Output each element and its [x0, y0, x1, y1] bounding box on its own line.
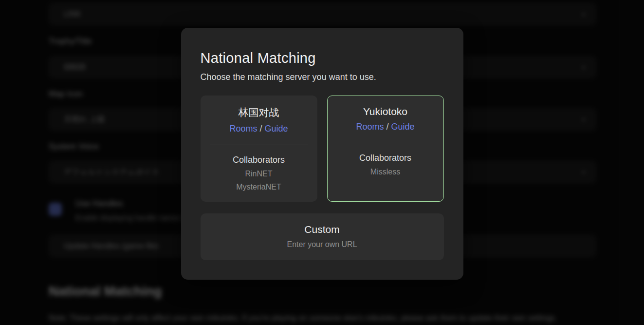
national-matching-modal: National Matching Choose the matching se… — [181, 28, 463, 280]
guide-link[interactable]: Guide — [391, 122, 415, 132]
collaborator: RinNET — [201, 170, 317, 178]
custom-subtitle: Enter your own URL — [201, 240, 444, 249]
rooms-link[interactable]: Rooms — [356, 122, 384, 132]
collaborators-heading: Collaborators — [201, 155, 317, 165]
settings-page: LINK ▾ Trophy/Title 68608 ▾ Map Icon 天晴れ… — [0, 0, 644, 325]
modal-title: National Matching — [201, 50, 444, 66]
card-divider — [210, 145, 308, 145]
rooms-link[interactable]: Rooms — [229, 124, 257, 134]
server-name: Yukiotoko — [328, 106, 443, 117]
links-separator: / — [386, 122, 388, 132]
server-name: 林国对战 — [201, 106, 317, 119]
collaborator: Missless — [328, 168, 443, 176]
server-card-yukiotoko[interactable]: Yukiotoko Rooms / Guide Collaborators Mi… — [327, 96, 444, 202]
modal-scrim[interactable]: National Matching Choose the matching se… — [0, 0, 644, 325]
modal-subtitle: Choose the matching server you want to u… — [201, 72, 444, 82]
server-options: 林国对战 Rooms / Guide Collaborators RinNET … — [201, 96, 444, 202]
collaborators-heading: Collaborators — [328, 153, 443, 163]
custom-server-card[interactable]: Custom Enter your own URL — [201, 213, 444, 260]
guide-link[interactable]: Guide — [265, 124, 288, 134]
card-divider — [337, 143, 434, 143]
custom-title: Custom — [201, 224, 444, 235]
collaborator: MysteriaNET — [201, 183, 317, 191]
server-card-linguo[interactable]: 林国对战 Rooms / Guide Collaborators RinNET … — [201, 96, 317, 202]
links-separator: / — [259, 124, 262, 134]
